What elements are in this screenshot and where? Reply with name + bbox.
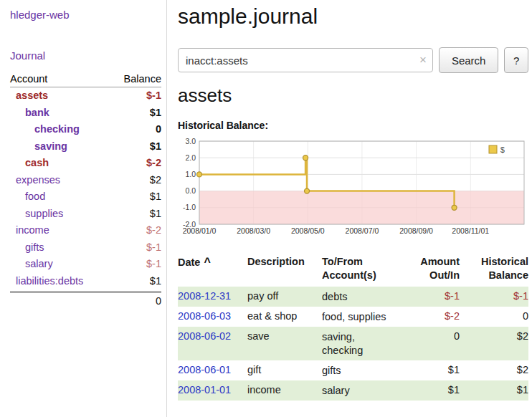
account-balance: $-1 [146, 87, 161, 105]
accounts-total: 0 [10, 291, 161, 307]
account-link-gifts[interactable]: gifts [10, 239, 44, 257]
date-header-label: Date [178, 257, 200, 268]
tofrom-line2: Account(s) [322, 269, 414, 282]
account-link-cash[interactable]: cash [10, 155, 49, 172]
account-balance: $-2 [146, 222, 161, 239]
search-button[interactable]: Search [439, 47, 498, 73]
page-title: sample.journal [178, 4, 528, 29]
account-row: supplies $1 [10, 206, 161, 223]
app-title-link[interactable]: hledger-web [10, 9, 161, 21]
register-header-description: Description [247, 255, 322, 269]
account-link-assets[interactable]: assets [10, 87, 48, 105]
svg-text:2008/09/0: 2008/09/0 [399, 226, 433, 235]
account-row: salary $-1 [10, 256, 161, 273]
sidebar-item-journal[interactable]: Journal [10, 49, 161, 62]
account-balance: $-1 [146, 239, 161, 257]
amount-line2: Out/In [414, 269, 460, 282]
transaction-description: pay off [247, 290, 322, 302]
svg-text:3.0: 3.0 [185, 137, 196, 145]
transaction-description: eat & shop [247, 310, 322, 322]
register-header-amount: Amount Out/In [414, 255, 460, 282]
help-button[interactable]: ? [504, 47, 528, 73]
transaction-date-link[interactable]: 2008-06-03 [178, 310, 231, 322]
transaction-balance: 0 [460, 310, 528, 322]
account-heading: assets [178, 85, 528, 107]
account-link-checking[interactable]: checking [10, 121, 80, 138]
account-row: income $-2 [10, 222, 161, 239]
account-row: liabilities:debts $1 [10, 273, 161, 290]
transaction-description: save [247, 330, 322, 342]
account-balance: $-1 [146, 256, 161, 273]
transaction-amount: $-1 [414, 290, 460, 302]
register-header-balance: Historical Balance [460, 255, 528, 282]
account-balance: $1 [150, 273, 161, 290]
clear-search-icon[interactable]: × [419, 54, 427, 66]
register-row: 2008-06-03 eat & shop food, supplies $-2… [178, 307, 528, 327]
balance-line1: Historical [460, 255, 528, 269]
account-link-saving[interactable]: saving [10, 138, 67, 155]
account-link-income[interactable]: income [10, 222, 49, 239]
transaction-accounts: food, supplies [322, 310, 396, 324]
transaction-accounts: debts [322, 290, 396, 304]
account-balance: $1 [150, 138, 161, 155]
transaction-balance: $2 [460, 330, 528, 342]
amount-line1: Amount [414, 255, 460, 269]
account-balance: $1 [150, 206, 161, 223]
account-row: expenses $2 [10, 172, 161, 189]
svg-text:1.0: 1.0 [185, 170, 196, 178]
account-link-liabilities-debts[interactable]: liabilities:debts [10, 273, 83, 290]
account-link-bank[interactable]: bank [10, 105, 49, 122]
tofrom-line1: To/From [322, 255, 414, 269]
transaction-date-link[interactable]: 2008-06-01 [178, 364, 231, 375]
transaction-description: income [247, 384, 322, 396]
transaction-accounts: gifts [322, 364, 396, 378]
main-content: sample.journal × Search ? assets Histori… [178, 0, 528, 401]
svg-text:2008/07/0: 2008/07/0 [346, 226, 379, 235]
accounts-header-balance: Balance [124, 73, 161, 85]
register-header-date[interactable]: Date^ [178, 255, 247, 269]
account-row: food $1 [10, 188, 161, 206]
transaction-accounts: salary [322, 384, 396, 398]
register-row: 2008-06-01 gift gifts $1 $2 [178, 360, 528, 380]
account-link-food[interactable]: food [10, 188, 45, 206]
transaction-description: gift [247, 364, 322, 375]
svg-text:0.0: 0.0 [185, 186, 196, 195]
account-link-expenses[interactable]: expenses [10, 172, 60, 189]
transaction-balance: $-1 [460, 290, 528, 302]
account-row: gifts $-1 [10, 239, 161, 257]
balance-line2: Balance [460, 269, 528, 282]
account-row: checking 0 [10, 121, 161, 138]
transaction-date-link[interactable]: 2008-06-02 [178, 330, 231, 342]
transaction-balance: $1 [460, 384, 528, 396]
account-link-salary[interactable]: salary [10, 256, 53, 273]
register-header-tofrom: To/From Account(s) [322, 255, 414, 282]
account-link-supplies[interactable]: supplies [10, 206, 63, 223]
svg-text:2008/03/0: 2008/03/0 [237, 226, 270, 235]
account-row: bank $1 [10, 105, 161, 122]
svg-text:$: $ [500, 145, 505, 154]
register-row: 2008-12-31 pay off debts $-1 $-1 [178, 287, 528, 307]
search-input[interactable] [178, 48, 433, 72]
account-balance: 0 [156, 121, 161, 138]
account-balance: $-2 [146, 155, 161, 172]
svg-text:2.0: 2.0 [185, 153, 196, 162]
chart-title: Historical Balance: [178, 120, 528, 131]
register-row: 2008-01-01 income salary $1 $1 [178, 380, 528, 401]
account-balance: $1 [150, 105, 161, 122]
transaction-date-link[interactable]: 2008-12-31 [178, 290, 231, 302]
balance-chart: 2008/01/02008/03/02008/05/02008/07/02008… [178, 137, 528, 239]
svg-text:-2.0: -2.0 [183, 220, 196, 229]
transaction-accounts: saving, checking [322, 330, 396, 358]
transaction-date-link[interactable]: 2008-01-01 [178, 384, 231, 396]
register-header-row: Date^ Description To/From Account(s) Amo… [178, 251, 528, 287]
transaction-amount: $1 [414, 364, 460, 375]
svg-text:-1.0: -1.0 [183, 203, 196, 211]
sidebar: hledger-web Journal Account Balance asse… [0, 0, 167, 417]
svg-text:2008/11/01: 2008/11/01 [452, 226, 489, 235]
transaction-amount: $-2 [414, 310, 460, 322]
account-balance: $1 [150, 188, 161, 206]
search-bar: × Search ? [178, 47, 528, 73]
account-row: cash $-2 [10, 155, 161, 172]
transaction-balance: $2 [460, 364, 528, 375]
register-row: 2008-06-02 save saving, checking 0 $2 [178, 327, 528, 360]
